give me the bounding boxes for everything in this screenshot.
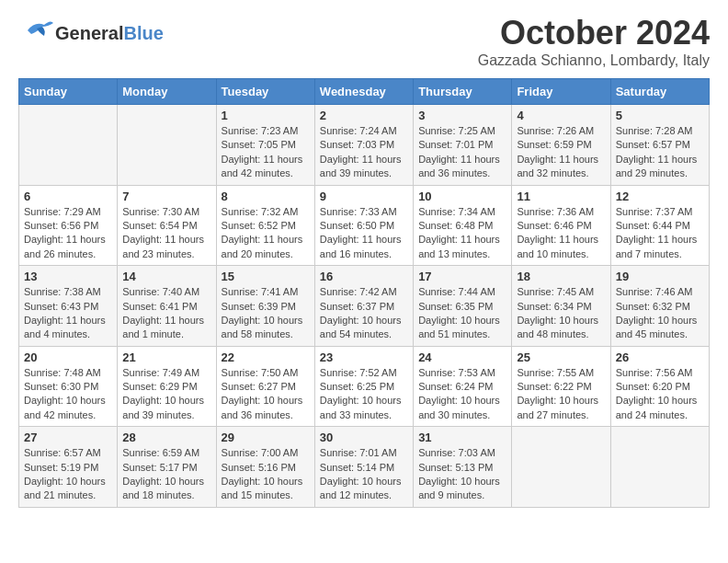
date-number: 14 xyxy=(122,270,210,283)
date-number: 22 xyxy=(222,350,310,364)
sun-info: Sunrise: 7:03 AM Sunset: 5:13 PM Dayligh… xyxy=(418,446,506,503)
calendar-table: SundayMondayTuesdayWednesdayThursdayFrid… xyxy=(18,78,710,508)
calendar-cell: 1Sunrise: 7:23 AM Sunset: 7:05 PM Daylig… xyxy=(216,105,314,186)
calendar-week-row: 13Sunrise: 7:38 AM Sunset: 6:43 PM Dayli… xyxy=(19,266,710,347)
date-number: 26 xyxy=(616,350,704,364)
calendar-cell: 25Sunrise: 7:55 AM Sunset: 6:22 PM Dayli… xyxy=(512,346,610,427)
calendar-cell: 27Sunrise: 6:57 AM Sunset: 5:19 PM Dayli… xyxy=(19,427,118,508)
date-number: 18 xyxy=(517,270,605,283)
date-number: 13 xyxy=(24,270,112,283)
calendar-cell: 19Sunrise: 7:46 AM Sunset: 6:32 PM Dayli… xyxy=(610,266,709,347)
date-number: 12 xyxy=(616,190,704,203)
calendar-cell: 20Sunrise: 7:48 AM Sunset: 6:30 PM Dayli… xyxy=(19,346,118,427)
date-number: 17 xyxy=(418,270,506,283)
date-number: 23 xyxy=(320,350,408,364)
weekday-header: Saturday xyxy=(610,79,709,105)
sun-info: Sunrise: 7:32 AM Sunset: 6:52 PM Dayligh… xyxy=(222,205,310,262)
date-number: 27 xyxy=(24,431,112,444)
sun-info: Sunrise: 7:50 AM Sunset: 6:27 PM Dayligh… xyxy=(222,366,310,423)
calendar-cell: 16Sunrise: 7:42 AM Sunset: 6:37 PM Dayli… xyxy=(314,266,413,347)
calendar-cell: 2Sunrise: 7:24 AM Sunset: 7:03 PM Daylig… xyxy=(314,105,413,186)
date-number: 11 xyxy=(517,190,605,203)
sun-info: Sunrise: 7:42 AM Sunset: 6:37 PM Dayligh… xyxy=(320,285,408,342)
date-number: 21 xyxy=(122,350,210,364)
sun-info: Sunrise: 7:01 AM Sunset: 5:14 PM Dayligh… xyxy=(320,446,408,503)
calendar-cell: 22Sunrise: 7:50 AM Sunset: 6:27 PM Dayli… xyxy=(216,346,314,427)
calendar-cell xyxy=(19,105,118,186)
date-number: 15 xyxy=(222,270,310,283)
calendar-cell xyxy=(610,427,709,508)
sun-info: Sunrise: 7:44 AM Sunset: 6:35 PM Dayligh… xyxy=(418,285,506,342)
weekday-header: Thursday xyxy=(414,79,512,105)
date-number: 3 xyxy=(418,109,506,122)
date-number: 4 xyxy=(517,109,605,122)
calendar-cell: 24Sunrise: 7:53 AM Sunset: 6:24 PM Dayli… xyxy=(414,346,512,427)
calendar-cell: 17Sunrise: 7:44 AM Sunset: 6:35 PM Dayli… xyxy=(414,266,512,347)
calendar-week-row: 20Sunrise: 7:48 AM Sunset: 6:30 PM Dayli… xyxy=(19,346,710,427)
sun-info: Sunrise: 7:23 AM Sunset: 7:05 PM Dayligh… xyxy=(222,124,310,181)
calendar-cell: 15Sunrise: 7:41 AM Sunset: 6:39 PM Dayli… xyxy=(216,266,314,347)
sun-info: Sunrise: 7:37 AM Sunset: 6:44 PM Dayligh… xyxy=(616,205,704,262)
weekday-header: Tuesday xyxy=(216,79,314,105)
calendar-cell: 5Sunrise: 7:28 AM Sunset: 6:57 PM Daylig… xyxy=(610,105,709,186)
date-number: 10 xyxy=(418,190,506,203)
date-number: 8 xyxy=(222,190,310,203)
calendar-cell: 4Sunrise: 7:26 AM Sunset: 6:59 PM Daylig… xyxy=(512,105,610,186)
sun-info: Sunrise: 7:40 AM Sunset: 6:41 PM Dayligh… xyxy=(122,285,210,342)
sun-info: Sunrise: 7:53 AM Sunset: 6:24 PM Dayligh… xyxy=(418,366,506,423)
logo-bird-icon xyxy=(18,14,55,49)
date-number: 28 xyxy=(122,431,210,444)
sun-info: Sunrise: 7:48 AM Sunset: 6:30 PM Dayligh… xyxy=(24,366,112,423)
sun-info: Sunrise: 7:52 AM Sunset: 6:25 PM Dayligh… xyxy=(320,366,408,423)
calendar-cell: 14Sunrise: 7:40 AM Sunset: 6:41 PM Dayli… xyxy=(118,266,216,347)
sun-info: Sunrise: 7:26 AM Sunset: 6:59 PM Dayligh… xyxy=(517,124,605,181)
calendar-cell: 6Sunrise: 7:29 AM Sunset: 6:56 PM Daylig… xyxy=(19,185,118,266)
sun-info: Sunrise: 7:33 AM Sunset: 6:50 PM Dayligh… xyxy=(320,205,408,262)
calendar-cell: 12Sunrise: 7:37 AM Sunset: 6:44 PM Dayli… xyxy=(610,185,709,266)
sun-info: Sunrise: 7:41 AM Sunset: 6:39 PM Dayligh… xyxy=(222,285,310,342)
date-number: 2 xyxy=(320,109,408,122)
sun-info: Sunrise: 7:30 AM Sunset: 6:54 PM Dayligh… xyxy=(122,205,210,262)
logo-blue: Blue xyxy=(123,23,163,43)
date-number: 9 xyxy=(320,190,408,203)
calendar-cell: 23Sunrise: 7:52 AM Sunset: 6:25 PM Dayli… xyxy=(314,346,413,427)
sun-info: Sunrise: 7:38 AM Sunset: 6:43 PM Dayligh… xyxy=(24,285,112,342)
title-section: October 2024 Gazzada Schianno, Lombardy,… xyxy=(478,14,710,69)
date-number: 24 xyxy=(418,350,506,364)
calendar-week-row: 6Sunrise: 7:29 AM Sunset: 6:56 PM Daylig… xyxy=(19,185,710,266)
date-number: 7 xyxy=(122,190,210,203)
date-number: 19 xyxy=(616,270,704,283)
logo: GeneralBlue xyxy=(18,14,164,52)
sun-info: Sunrise: 6:59 AM Sunset: 5:17 PM Dayligh… xyxy=(122,446,210,503)
date-number: 5 xyxy=(616,109,704,122)
date-number: 25 xyxy=(517,350,605,364)
sun-info: Sunrise: 7:34 AM Sunset: 6:48 PM Dayligh… xyxy=(418,205,506,262)
calendar-cell: 8Sunrise: 7:32 AM Sunset: 6:52 PM Daylig… xyxy=(216,185,314,266)
date-number: 31 xyxy=(418,431,506,444)
calendar-week-row: 1Sunrise: 7:23 AM Sunset: 7:05 PM Daylig… xyxy=(19,105,710,186)
weekday-header-row: SundayMondayTuesdayWednesdayThursdayFrid… xyxy=(19,79,710,105)
calendar-cell: 18Sunrise: 7:45 AM Sunset: 6:34 PM Dayli… xyxy=(512,266,610,347)
page-header: GeneralBlue October 2024 Gazzada Schiann… xyxy=(18,14,710,69)
weekday-header: Friday xyxy=(512,79,610,105)
sun-info: Sunrise: 7:29 AM Sunset: 6:56 PM Dayligh… xyxy=(24,205,112,262)
weekday-header: Sunday xyxy=(19,79,118,105)
sun-info: Sunrise: 7:46 AM Sunset: 6:32 PM Dayligh… xyxy=(616,285,704,342)
calendar-cell: 26Sunrise: 7:56 AM Sunset: 6:20 PM Dayli… xyxy=(610,346,709,427)
calendar-cell: 3Sunrise: 7:25 AM Sunset: 7:01 PM Daylig… xyxy=(414,105,512,186)
weekday-header: Monday xyxy=(118,79,216,105)
calendar-week-row: 27Sunrise: 6:57 AM Sunset: 5:19 PM Dayli… xyxy=(19,427,710,508)
sun-info: Sunrise: 7:56 AM Sunset: 6:20 PM Dayligh… xyxy=(616,366,704,423)
date-number: 6 xyxy=(24,190,112,203)
date-number: 20 xyxy=(24,350,112,364)
sun-info: Sunrise: 7:45 AM Sunset: 6:34 PM Dayligh… xyxy=(517,285,605,342)
calendar-cell: 11Sunrise: 7:36 AM Sunset: 6:46 PM Dayli… xyxy=(512,185,610,266)
calendar-cell: 30Sunrise: 7:01 AM Sunset: 5:14 PM Dayli… xyxy=(314,427,413,508)
calendar-cell xyxy=(118,105,216,186)
sun-info: Sunrise: 7:24 AM Sunset: 7:03 PM Dayligh… xyxy=(320,124,408,181)
calendar-cell: 13Sunrise: 7:38 AM Sunset: 6:43 PM Dayli… xyxy=(19,266,118,347)
logo-general: General xyxy=(55,23,123,43)
calendar-cell: 28Sunrise: 6:59 AM Sunset: 5:17 PM Dayli… xyxy=(118,427,216,508)
month-title: October 2024 xyxy=(478,14,710,52)
calendar-cell: 10Sunrise: 7:34 AM Sunset: 6:48 PM Dayli… xyxy=(414,185,512,266)
